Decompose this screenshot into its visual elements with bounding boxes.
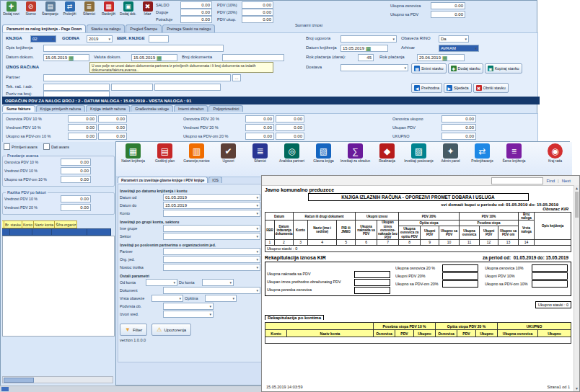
broj-ugovora-field[interactable]	[340, 35, 397, 43]
scrollbar-thumb[interactable]	[575, 192, 579, 218]
report-vertical-scrollbar[interactable]: ▲ ▼	[574, 185, 579, 391]
find-input[interactable]	[491, 177, 543, 184]
partner-browse-button[interactable]: ...	[232, 74, 241, 81]
scroll-up-icon[interactable]: ▲	[574, 185, 579, 191]
arhivar-select[interactable]: AVRAM	[439, 45, 479, 52]
saldo-value-field[interactable]: 0.00	[180, 1, 212, 9]
module-button[interactable]: ◎ Analitika partneri	[276, 143, 307, 163]
pdv-section-tab[interactable]: Interni obračun	[174, 105, 208, 112]
upozorenja-button[interactable]: ⚠ Upozorenja	[151, 324, 191, 336]
tekuci-racun-field-1[interactable]	[43, 84, 110, 91]
podvrsta-select[interactable]	[163, 303, 214, 310]
pdv-summary-field[interactable]: 0.00	[242, 16, 273, 23]
pdv-field-value[interactable]: 0.00	[68, 124, 97, 131]
stavka-button[interactable]: ✚ Dodaj stavku	[448, 63, 483, 74]
totals-field[interactable]: 0.00	[431, 11, 465, 18]
module-button[interactable]: ✔ Ugovori	[213, 143, 244, 163]
obaveza-rino-select[interactable]: Da	[439, 35, 469, 43]
pdv-field-value-2[interactable]: 0.00	[98, 115, 127, 122]
stavka-button[interactable]: ▣ Kopiraj stavku	[485, 63, 522, 74]
nalog-tab[interactable]: Pregled Štampe	[126, 24, 162, 32]
nalog-tab[interactable]: Parametri za nalog knjiženja - Page Down	[2, 24, 86, 32]
module-button[interactable]: ▦ Nalozi knjiženja	[118, 143, 149, 163]
grid-body[interactable]	[2, 236, 115, 337]
rok-placanja-field[interactable]: 29.06.2019	[417, 54, 465, 61]
param-select[interactable]	[163, 210, 260, 217]
stavka-nav-button[interactable]: ✖ Obriši stavku	[473, 83, 509, 93]
izvori-select[interactable]	[163, 311, 214, 318]
pravdanje-value[interactable]: 0.00	[61, 176, 91, 183]
next-button[interactable]: Next	[562, 179, 571, 183]
tekuci-racun-field-3[interactable]	[154, 84, 221, 91]
saldo-value-field[interactable]: 0.00	[180, 16, 212, 23]
broj-dokumenta-field[interactable]	[222, 54, 284, 61]
toolbar-button[interactable]: ⊘ Storno	[22, 1, 40, 16]
pdv-section-tab[interactable]: Građevinske usluge	[131, 105, 173, 112]
grid-horizontal-scrollbar[interactable]	[2, 376, 113, 383]
partner-field[interactable]	[43, 74, 231, 81]
pdv-total-value[interactable]: 0.00	[441, 133, 476, 140]
toolbar-button[interactable]: ▤ Štampanje	[41, 1, 59, 16]
saldo-value-field[interactable]: 0.00	[180, 9, 212, 16]
opstina-select[interactable]	[205, 295, 237, 302]
calendar-icon[interactable]	[69, 55, 74, 61]
pdv-field-value[interactable]: 0.00	[245, 124, 274, 131]
toolbar-button[interactable]: ✚ Dodaj novi	[2, 1, 20, 16]
module-button[interactable]: ▨ Izveštaji poslovanje	[403, 143, 434, 163]
module-button[interactable]: ▥ Garancije,menice	[181, 143, 212, 163]
pdv-section-tab[interactable]: Sume fakture	[2, 105, 35, 112]
grid-selected-row[interactable]	[2, 228, 115, 236]
param-select[interactable]	[163, 256, 260, 263]
toolbar-button[interactable]: ✖ Izlaz	[139, 1, 157, 16]
razlika-value[interactable]: 0.00	[61, 204, 91, 211]
avans-checkbox[interactable]: Primljeni avans	[4, 143, 38, 150]
vrsta-obaveze-select[interactable]	[151, 295, 183, 302]
nalog-tab[interactable]: Stavke na nalogu	[87, 24, 125, 32]
godina-select[interactable]: 2019	[87, 35, 113, 43]
module-button[interactable]: ✦ Admin panel	[435, 143, 466, 163]
pdv-field-value[interactable]: 0.00	[68, 133, 97, 140]
valuta-dokum-field[interactable]: 15.05.2019	[131, 54, 177, 61]
module-button[interactable]: ▤ Godišnji plan	[149, 143, 180, 163]
param-select[interactable]	[163, 248, 260, 255]
filter-button[interactable]: ▼ Filter	[120, 324, 147, 336]
pdv-field-value-2[interactable]: 0.00	[276, 133, 304, 140]
parameter-tab[interactable]: Parametri za izveštaje glavne knjige i P…	[118, 177, 208, 183]
toolbar-button[interactable]: ▣ Dodaj dok.	[119, 1, 137, 16]
pdv-field-value[interactable]: 0.00	[245, 115, 274, 122]
scrollbar-thumb[interactable]	[4, 378, 34, 383]
datum-dokum-field[interactable]: 15.05.2019	[43, 54, 89, 61]
rok-placanja-dana-field[interactable]: 45	[358, 54, 374, 61]
dokument-select[interactable]	[163, 287, 260, 294]
module-button[interactable]: ≡ Šeme knjiženja	[498, 143, 530, 163]
pdv-field-value-2[interactable]: 0.00	[98, 133, 127, 140]
stavka-nav-button[interactable]: ◀ Prethodna	[411, 83, 442, 93]
stavka-nav-button[interactable]: ▶ Sljedeća	[444, 83, 472, 93]
pdv-summary-field[interactable]: 0.00	[242, 1, 273, 9]
pdv-section-tab[interactable]: Poljoprivrednici	[208, 105, 243, 112]
knjiga-select[interactable]: 02	[30, 35, 56, 43]
pdv-field-value-2[interactable]: 0.00	[98, 124, 127, 131]
pdv-total-value[interactable]: 0.00	[441, 124, 476, 131]
taskbar-fragment[interactable]	[1, 387, 9, 391]
param-select[interactable]	[163, 225, 260, 232]
calendar-icon[interactable]	[366, 45, 372, 52]
pravdanje-value[interactable]: 0.00	[61, 167, 91, 174]
param-select[interactable]: 01.05.2019	[163, 194, 260, 201]
module-button[interactable]: ▧ Glavna knjiga	[308, 143, 339, 163]
pdv-summary-field[interactable]: 0.00	[242, 9, 273, 16]
pdv-field-value[interactable]: 0.00	[245, 133, 274, 140]
nalog-tab[interactable]: Pretraga Stavki na nalogu	[162, 24, 215, 32]
od-konta-select[interactable]	[146, 279, 177, 286]
stavka-button[interactable]: ▦ Snimi stavku	[411, 63, 447, 74]
param-select[interactable]	[163, 233, 260, 240]
module-button[interactable]: ◉ Kraj rada	[540, 143, 571, 163]
pdv-field-value-2[interactable]: 0.00	[276, 115, 304, 122]
param-select[interactable]: 15.05.2019	[163, 202, 260, 209]
razlika-value[interactable]: 0.00	[61, 195, 91, 202]
module-button[interactable]: ≣ Šifarnici	[245, 143, 276, 163]
calendar-icon[interactable]	[157, 55, 162, 61]
toolbar-button[interactable]: ≣ Šifarnici	[80, 1, 98, 16]
param-select[interactable]	[163, 264, 260, 271]
totals-field[interactable]: 0.00	[431, 2, 465, 9]
